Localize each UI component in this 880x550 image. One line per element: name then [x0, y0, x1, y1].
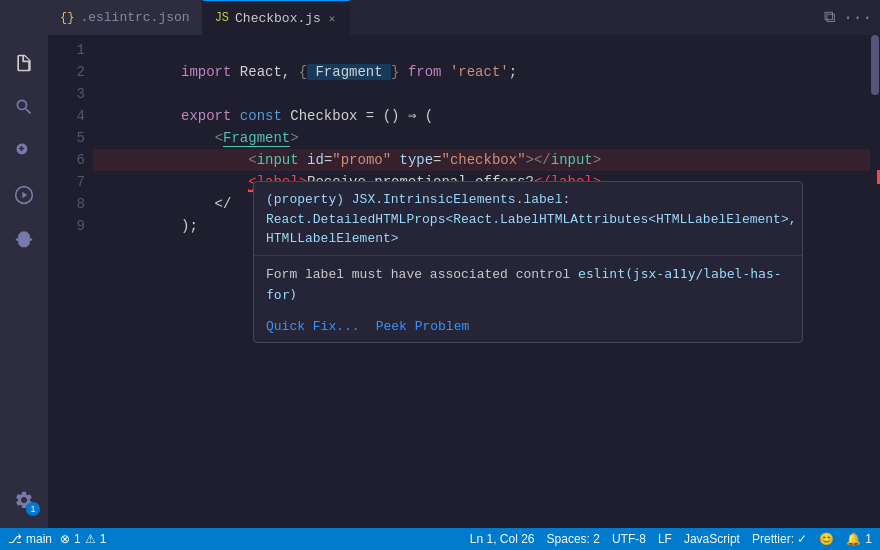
line-num-2: 2: [56, 61, 85, 83]
tab-eslintrc-label: .eslintrc.json: [80, 10, 189, 25]
editor-area: 1 2 3 4 5 6 7 8 9 import React, { Fragme…: [48, 35, 880, 528]
tooltip-header: (property) JSX.IntrinsicElements.label: …: [254, 182, 802, 256]
tooltip-footer: Quick Fix... Peek Problem: [254, 315, 802, 342]
spaces-text: Spaces: 2: [547, 532, 600, 546]
code-container: 1 2 3 4 5 6 7 8 9 import React, { Fragme…: [48, 35, 880, 528]
tab-close-button[interactable]: ✕: [327, 11, 338, 26]
split-editor-icon[interactable]: ⧉: [824, 8, 835, 27]
branch-name: main: [26, 532, 52, 546]
scrollbar[interactable]: [870, 35, 880, 528]
token-sp5: [299, 152, 307, 168]
code-content[interactable]: import React, { Fragment } from 'react';…: [93, 35, 870, 528]
lineending-text: LF: [658, 532, 672, 546]
token-indent6: [181, 174, 248, 190]
status-branch[interactable]: ⎇ main: [8, 532, 52, 546]
status-bar: ⎇ main ⊗ 1 ⚠ 1 Ln 1, Col 26 Spaces: 2 UT…: [0, 528, 880, 550]
token-promo-val: "promo": [332, 152, 391, 168]
token-checkbox-val: "checkbox": [442, 152, 526, 168]
token-const: const: [240, 108, 282, 124]
token-space3: [231, 108, 239, 124]
token-eq5b: =: [433, 152, 441, 168]
title-bar: {} .eslintrc.json JS Checkbox.js ✕ ⧉ ···: [0, 0, 880, 35]
tooltip-body-text: Form label must have associated control: [266, 267, 570, 282]
token-indent7: </: [181, 196, 231, 212]
sidebar-icon-files[interactable]: [4, 43, 44, 83]
token-fragment: Fragment: [307, 64, 391, 80]
status-emoji[interactable]: 😊: [819, 532, 834, 546]
sidebar-bottom: 1: [4, 480, 44, 528]
token-checkbox-decl: Checkbox = () ⇒ (: [282, 108, 433, 124]
tooltip-header-text: (property) JSX.IntrinsicElements.label: …: [266, 192, 797, 246]
bell-count: 1: [865, 532, 872, 546]
token-fragment-tag: Fragment: [223, 130, 290, 147]
json-file-icon: {}: [60, 11, 74, 25]
sidebar-icon-extensions[interactable]: [4, 219, 44, 259]
status-errors[interactable]: ⊗ 1 ⚠ 1: [60, 532, 106, 546]
line-numbers: 1 2 3 4 5 6 7 8 9: [48, 35, 93, 528]
token-lt4: <: [215, 130, 223, 146]
sidebar-icon-settings[interactable]: 1: [4, 480, 44, 520]
token-import: import: [181, 64, 231, 80]
status-right: Ln 1, Col 26 Spaces: 2 UTF-8 LF JavaScri…: [470, 532, 872, 546]
peek-problem-link[interactable]: Peek Problem: [376, 319, 470, 334]
title-activity-bar: [0, 0, 48, 35]
tooltip-body: Form label must have associated control …: [254, 256, 802, 316]
encoding-text: UTF-8: [612, 532, 646, 546]
token-indent5: [181, 152, 248, 168]
line-num-8: 8: [56, 193, 85, 215]
line-num-9: 9: [56, 215, 85, 237]
scrollbar-thumb: [871, 35, 879, 95]
token-gt4: >: [290, 130, 298, 146]
status-language[interactable]: JavaScript: [684, 532, 740, 546]
token-type-attr: type: [400, 152, 434, 168]
line-num-4: 4: [56, 105, 85, 127]
tab-checkbox[interactable]: JS Checkbox.js ✕: [203, 0, 351, 35]
tab-eslintrc[interactable]: {} .eslintrc.json: [48, 0, 203, 35]
branch-icon: ⎇: [8, 532, 22, 546]
status-bell[interactable]: 🔔 1: [846, 532, 872, 546]
token-close5: ></: [526, 152, 551, 168]
activity-sidebar: 1: [0, 35, 48, 528]
status-spaces[interactable]: Spaces: 2: [547, 532, 600, 546]
bell-icon: 🔔: [846, 532, 861, 546]
prettier-text: Prettier: ✓: [752, 532, 807, 546]
tooltip-popup: (property) JSX.IntrinsicElements.label: …: [253, 181, 803, 343]
code-line-1: import React, { Fragment } from 'react';: [93, 39, 870, 61]
status-prettier[interactable]: Prettier: ✓: [752, 532, 807, 546]
token-lt5: <: [248, 152, 256, 168]
warning-count: 1: [100, 532, 107, 546]
line-num-5: 5: [56, 127, 85, 149]
code-line-3: export const Checkbox = () ⇒ (: [93, 83, 870, 105]
token-from: from: [408, 64, 442, 80]
line-num-1: 1: [56, 39, 85, 61]
token-sp5b: [391, 152, 399, 168]
status-lineending[interactable]: LF: [658, 532, 672, 546]
token-closing8: );: [181, 218, 198, 234]
token-input-close: input: [551, 152, 593, 168]
token-id-attr: id: [307, 152, 324, 168]
token-plain: React,: [231, 64, 298, 80]
token-react-str: 'react': [450, 64, 509, 80]
emoji-icon: 😊: [819, 532, 834, 546]
position-text: Ln 1, Col 26: [470, 532, 535, 546]
status-encoding[interactable]: UTF-8: [612, 532, 646, 546]
line-num-7: 7: [56, 171, 85, 193]
quick-fix-link[interactable]: Quick Fix...: [266, 319, 360, 334]
status-left: ⎇ main ⊗ 1 ⚠ 1: [8, 532, 106, 546]
language-text: JavaScript: [684, 532, 740, 546]
token-gt5: >: [593, 152, 601, 168]
token-space: [399, 64, 407, 80]
tab-checkbox-label: Checkbox.js: [235, 11, 321, 26]
token-brace-open: {: [299, 64, 307, 80]
status-position[interactable]: Ln 1, Col 26: [470, 532, 535, 546]
token-export: export: [181, 108, 231, 124]
token-indent4: [181, 130, 215, 146]
more-actions-icon[interactable]: ···: [843, 9, 872, 27]
sidebar-icon-source-control[interactable]: [4, 131, 44, 171]
sidebar-icon-search[interactable]: [4, 87, 44, 127]
main-area: 1 1 2 3 4 5 6 7 8 9 import React, { F: [0, 35, 880, 528]
token-input-tag: input: [257, 152, 299, 168]
sidebar-icon-debug[interactable]: [4, 175, 44, 215]
js-file-icon: JS: [215, 11, 229, 25]
line-num-6: 6: [56, 149, 85, 171]
